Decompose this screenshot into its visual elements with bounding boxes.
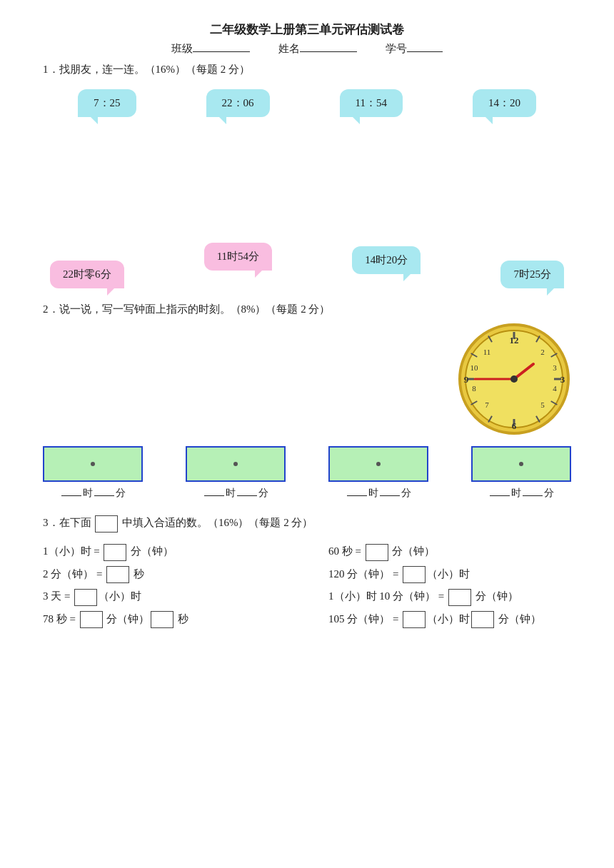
fill-line-r1: 60 秒 = 分（钟） <box>328 542 571 561</box>
page-title: 二年级数学上册第三单元评估测试卷 <box>43 21 571 38</box>
box-dot-3 <box>519 462 523 466</box>
bubble-top-1: 22：06 <box>206 89 270 117</box>
svg-text:10: 10 <box>470 363 479 372</box>
input-l1[interactable] <box>104 544 126 561</box>
input-l4b[interactable] <box>151 611 173 628</box>
input-l3[interactable] <box>74 589 97 606</box>
time-label-0: 时分 <box>60 487 126 500</box>
write-box-2: 时分 <box>328 446 428 500</box>
fill-line-l4: 78 秒 = 分（钟） 秒 <box>43 610 286 629</box>
clock-area: 12 6 3 9 2 3 4 5 7 8 10 11 <box>43 322 571 436</box>
bubble-top-3: 14：20 <box>473 89 536 117</box>
clock-svg: 12 6 3 9 2 3 4 5 7 8 10 11 <box>457 322 571 436</box>
connection-area <box>43 124 571 224</box>
box-dot-0 <box>91 462 95 466</box>
bubble-top-0: 7：25 <box>78 89 136 117</box>
write-box-1: 时分 <box>186 446 286 500</box>
name-label: 姓名 <box>278 42 357 56</box>
write-box-0: 时分 <box>43 446 143 500</box>
green-box-2[interactable] <box>328 446 428 482</box>
input-r3[interactable] <box>448 589 471 606</box>
green-box-1[interactable] <box>186 446 286 482</box>
svg-text:2: 2 <box>540 348 545 356</box>
input-l2[interactable] <box>106 566 129 583</box>
svg-text:6: 6 <box>512 420 517 431</box>
box-dot-1 <box>233 462 238 466</box>
input-r4b[interactable] <box>471 611 494 628</box>
svg-point-28 <box>510 375 518 383</box>
bottom-bubbles-row: 22时零6分 11时54分 14时20分 7时25分 <box>43 231 571 288</box>
section2: 2．说一说，写一写钟面上指示的时刻。（8%）（每题 2 分） <box>43 303 571 500</box>
section1-title: 1．找朋友，连一连。（16%）（每题 2 分） <box>43 63 571 76</box>
svg-text:3: 3 <box>553 363 557 372</box>
bubble-bottom-3: 7时25分 <box>500 261 564 288</box>
section3-title: 3．在下面 中填入合适的数。（16%）（每题 2 分） <box>43 515 571 533</box>
time-label-1: 时分 <box>203 487 268 500</box>
top-bubbles-row: 7：25 22：06 11：54 14：20 <box>43 89 571 117</box>
fill-line-r2: 120 分（钟） = （小）时 <box>328 565 571 584</box>
bubble-bottom-2: 14时20分 <box>352 246 421 274</box>
input-r4a[interactable] <box>403 611 426 628</box>
svg-text:9: 9 <box>464 374 469 385</box>
analog-clock: 12 6 3 9 2 3 4 5 7 8 10 11 <box>457 322 571 436</box>
header-line: 班级 姓名 学号 <box>43 42 571 56</box>
fill-left-col: 1（小）时 = 分（钟） 2 分（钟） = 秒 3 天 = （小）时 78 秒 … <box>43 538 286 632</box>
bubble-top-2: 11：54 <box>340 89 403 117</box>
time-label-3: 时分 <box>488 487 554 500</box>
svg-text:7: 7 <box>485 400 489 409</box>
write-box-3: 时分 <box>471 446 571 500</box>
fill-right-col: 60 秒 = 分（钟） 120 分（钟） = （小）时 1（小）时 10 分（钟… <box>328 538 571 632</box>
svg-text:4: 4 <box>553 384 557 393</box>
svg-text:3: 3 <box>560 374 565 385</box>
green-box-0[interactable] <box>43 446 143 482</box>
write-boxes-row: 时分 时分 时分 时分 <box>43 446 571 500</box>
number-label: 学号 <box>386 42 443 56</box>
fill-box-title <box>95 515 118 533</box>
bubble-bottom-0: 22时零6分 <box>50 261 124 288</box>
section3: 3．在下面 中填入合适的数。（16%）（每题 2 分） 1（小）时 = 分（钟）… <box>43 515 571 632</box>
svg-text:8: 8 <box>472 384 476 393</box>
fill-line-r4: 105 分（钟） = （小）时 分（钟） <box>328 610 571 629</box>
fill-line-l3: 3 天 = （小）时 <box>43 587 286 606</box>
fill-rows: 1（小）时 = 分（钟） 2 分（钟） = 秒 3 天 = （小）时 78 秒 … <box>43 538 571 632</box>
box-dot-2 <box>376 462 381 466</box>
svg-text:12: 12 <box>510 335 519 345</box>
svg-text:5: 5 <box>540 400 545 409</box>
bubble-bottom-1: 11时54分 <box>204 243 272 271</box>
section2-title: 2．说一说，写一写钟面上指示的时刻。（8%）（每题 2 分） <box>43 303 571 316</box>
time-label-2: 时分 <box>346 487 411 500</box>
fill-line-r3: 1（小）时 10 分（钟） = 分（钟） <box>328 587 571 606</box>
green-box-3[interactable] <box>471 446 571 482</box>
input-r1[interactable] <box>366 544 388 561</box>
svg-text:11: 11 <box>483 348 491 356</box>
input-r2[interactable] <box>403 566 426 583</box>
fill-line-l1: 1（小）时 = 分（钟） <box>43 542 286 561</box>
input-l4a[interactable] <box>80 611 103 628</box>
class-label: 班级 <box>171 42 250 56</box>
fill-line-l2: 2 分（钟） = 秒 <box>43 565 286 584</box>
